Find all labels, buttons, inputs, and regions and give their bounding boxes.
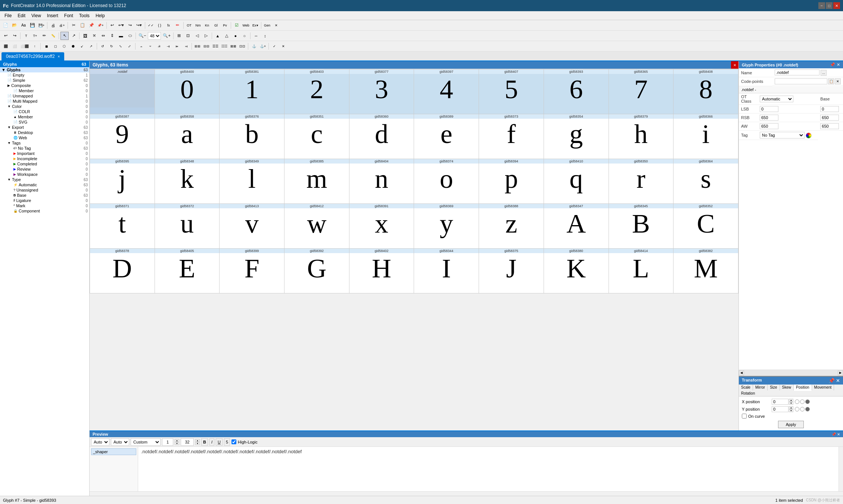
tab-position[interactable]: Position <box>794 385 812 391</box>
tree-item-desktop[interactable]: 🖥 Desktop 63 <box>0 130 89 135</box>
point-button[interactable]: ● <box>231 32 240 40</box>
t3-table6[interactable]: ⊡⊡ <box>238 42 246 50</box>
preview-vscroll[interactable] <box>839 447 843 491</box>
tab-mirror[interactable]: Mirror <box>753 385 768 391</box>
preview-underline[interactable]: U <box>216 438 223 446</box>
y-down[interactable]: ▼ <box>789 409 793 412</box>
lsb-input2[interactable] <box>820 106 839 112</box>
arrow2-button[interactable]: ▷ <box>202 32 210 40</box>
flip-button[interactable]: ⇔ <box>99 32 107 40</box>
tree-item-review[interactable]: ▶ Review 0 <box>0 167 89 172</box>
glyph-cell-l[interactable]: gid58349 l <box>220 159 284 204</box>
guide-button[interactable]: ↔ <box>252 32 260 40</box>
glyph-cell-notdef[interactable]: .notdef <box>90 69 155 114</box>
tree-item-composite[interactable]: ▶ Composite 0 <box>0 83 89 88</box>
tree-item-empty[interactable]: 📄 Empty 1 <box>0 72 89 78</box>
arrow-button[interactable]: ◁ <box>193 32 201 40</box>
t3-align5[interactable]: ⫢ <box>173 42 181 50</box>
kern-button[interactable]: Kn <box>203 21 211 29</box>
glyph-cell-p[interactable]: gid58394 p <box>479 159 544 204</box>
t3-btn2[interactable]: ⬜ <box>10 42 19 50</box>
x-up[interactable]: ▲ <box>789 399 793 402</box>
cp-btn2[interactable]: ✕ <box>835 78 841 84</box>
glyph-cell-C[interactable]: gid58352 C <box>674 204 738 249</box>
rsb-input1[interactable] <box>760 115 778 121</box>
save-as-button[interactable]: 💾+ <box>37 21 46 29</box>
transform-close[interactable]: ✕ <box>836 378 840 383</box>
menu-font[interactable]: Font <box>61 12 76 19</box>
glyph-cell-6[interactable]: gid58393 6 <box>544 69 609 114</box>
glyph-cell-1[interactable]: gid58381 1 <box>220 69 284 114</box>
x-radio-1[interactable] <box>795 399 799 404</box>
close-button[interactable]: ✕ <box>833 2 840 9</box>
glyph-cell-H[interactable]: gid58402 H <box>349 249 414 293</box>
check-button[interactable]: ☑ <box>233 21 241 29</box>
glyph-cell-g[interactable]: gid58354 g <box>544 114 609 159</box>
undo3-button[interactable]: ↩ <box>1 32 10 40</box>
ellipse-button[interactable]: ⬭ <box>126 32 134 40</box>
preview-bold[interactable]: B <box>201 438 208 446</box>
t3-btn3[interactable]: ⬜⬛ <box>19 42 30 50</box>
glyph-cell-v[interactable]: gid58413 v <box>220 204 284 249</box>
fill-button[interactable]: ▲ <box>214 32 222 40</box>
paste2-button[interactable]: 📌+ <box>96 21 105 29</box>
flip2-button[interactable]: ⇕ <box>108 32 116 40</box>
t3-btn4[interactable]: ↑ <box>31 42 39 50</box>
tree-item-important[interactable]: ▶ Important 0 <box>0 151 89 156</box>
glyph-cell-f[interactable]: gid58373 f <box>479 114 544 159</box>
rect-button[interactable]: ▬ <box>117 32 125 40</box>
glyphs-button[interactable]: Gl <box>212 21 220 29</box>
glyph-cell-u[interactable]: gid58372 u <box>155 204 220 249</box>
menu-edit[interactable]: Edit <box>15 12 28 19</box>
preview-num2-input[interactable] <box>181 438 194 446</box>
glyph-grid-container[interactable]: .notdef gid58400 0 gid58381 1 <box>90 69 738 430</box>
skew-button[interactable]: ⤧ <box>90 32 98 40</box>
t3-btn5[interactable]: ◼ <box>42 42 50 50</box>
redo-button[interactable]: ↪ <box>126 21 134 29</box>
glyph-cell-q[interactable]: gid58410 q <box>544 159 609 204</box>
glyph-cell-s[interactable]: gid58364 s <box>674 159 738 204</box>
tab-size[interactable]: Size <box>768 385 780 391</box>
tag-color-btn[interactable] <box>806 133 812 139</box>
undo2-button[interactable]: ↩▾ <box>117 21 125 29</box>
t3-btn9[interactable]: ↙ <box>78 42 86 50</box>
print-button[interactable]: 🖨 <box>49 21 57 29</box>
name-input[interactable] <box>775 69 819 75</box>
draw-button[interactable]: ✏ <box>40 32 48 40</box>
glyph-cell-I[interactable]: gid58344 I <box>414 249 479 293</box>
tree-item-workspace[interactable]: ▶ Workspace 0 <box>0 172 89 177</box>
fit2-button[interactable]: ⊡ <box>184 32 192 40</box>
tree-item-tags[interactable]: ▼ Tags 0 <box>0 140 89 146</box>
preview2-button[interactable]: Pv <box>221 21 229 29</box>
t3-x[interactable]: ✕ <box>279 42 287 50</box>
tree-item-web[interactable]: 🌐 Web 63 <box>0 135 89 140</box>
x-position-input[interactable] <box>772 399 788 405</box>
tree-item-simple[interactable]: 📄 Simple 62 <box>0 78 89 83</box>
transform-pin[interactable]: 📌 <box>828 378 835 383</box>
glyph-cell-D[interactable]: gid58378 D <box>90 249 155 293</box>
glyph-cell-h[interactable]: gid58379 h <box>609 114 674 159</box>
glyph-cell-L[interactable]: gid58414 L <box>609 249 674 293</box>
tab-movement[interactable]: Movement <box>812 385 834 391</box>
t3-align1[interactable]: ⫠ <box>137 42 145 50</box>
num1-up[interactable]: ▲ <box>175 439 179 442</box>
fit-button[interactable]: ⊞ <box>175 32 183 40</box>
preview-strike[interactable]: 5 <box>224 438 230 446</box>
import-button[interactable]: fx <box>165 21 173 29</box>
on-curve-checkbox[interactable] <box>742 414 747 419</box>
tree-item-glyphs[interactable]: ▼ Glyphs 63 <box>0 67 89 72</box>
glyph-cell-n[interactable]: gid58404 n <box>349 159 414 204</box>
t3-scale2[interactable]: ⤢ <box>125 42 134 50</box>
menu-insert[interactable]: Insert <box>44 12 61 19</box>
preview-checkbox[interactable] <box>231 439 236 444</box>
glyph-cell-F[interactable]: gid58399 F <box>220 249 284 293</box>
copy-button[interactable]: 📋 <box>78 21 87 29</box>
measure-button[interactable]: 📏 <box>49 32 57 40</box>
preview-area[interactable]: .notdef/.notdef/.notdef/.notdef/.notdef/… <box>138 447 839 491</box>
clear-button[interactable]: △ <box>223 32 231 40</box>
glyph-cell-i[interactable]: gid58366 i <box>674 114 738 159</box>
glyph-cell-d[interactable]: gid58360 d <box>349 114 414 159</box>
t3-btn7[interactable]: ⬡ <box>60 42 68 50</box>
apply-button[interactable]: Apply <box>778 421 804 428</box>
y-position-input[interactable] <box>772 406 788 412</box>
